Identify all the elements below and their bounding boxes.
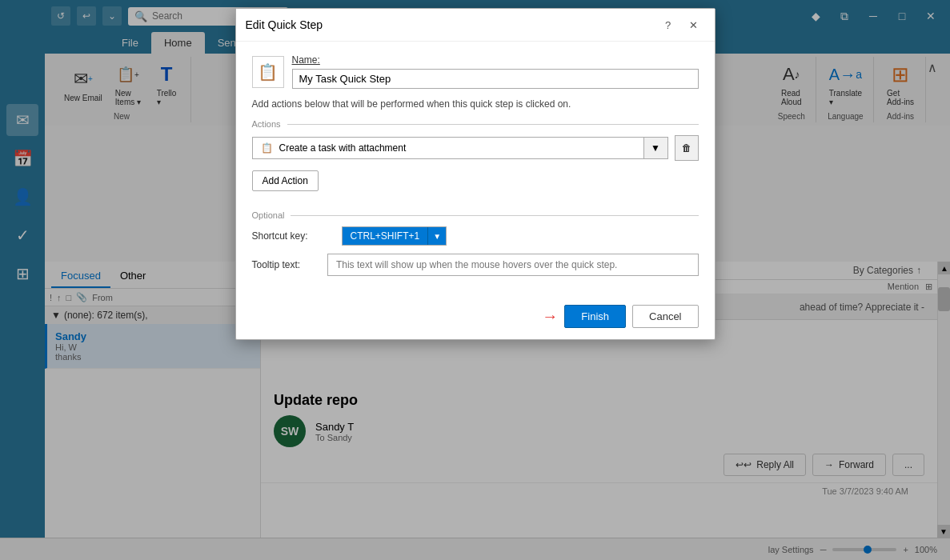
action-delete-button[interactable]: 🗑: [675, 135, 699, 161]
task-icon: 📋: [258, 62, 278, 82]
action-value-text: Create a task with attachment: [279, 142, 407, 154]
tooltip-label: Tooltip text:: [252, 259, 318, 270]
shortcut-select[interactable]: CTRL+SHIFT+1 ▼: [342, 226, 447, 246]
dialog-name-section: Name:: [292, 54, 699, 89]
dialog-description: Add actions below that will be performed…: [252, 98, 699, 110]
action-select-dropdown-btn[interactable]: ▼: [643, 138, 667, 158]
optional-section-label: Optional: [252, 210, 699, 220]
finish-button[interactable]: Finish: [564, 305, 626, 328]
shortcut-value: CTRL+SHIFT+1: [343, 227, 428, 245]
action-select-content: 📋 Create a task with attachment: [253, 138, 643, 158]
name-input[interactable]: [292, 69, 699, 89]
shortcut-label: Shortcut key:: [252, 230, 332, 242]
dialog-help-button[interactable]: ?: [657, 15, 679, 34]
arrow-icon: →: [542, 307, 558, 326]
dialog-task-icon[interactable]: 📋: [252, 56, 284, 88]
add-action-button[interactable]: Add Action: [252, 170, 319, 191]
shortcut-key-row: Shortcut key: CTRL+SHIFT+1 ▼: [252, 226, 699, 246]
dialog-title: Edit Quick Step: [246, 18, 323, 31]
dialog-titlebar: Edit Quick Step ? ✕: [236, 9, 715, 42]
tooltip-row: Tooltip text:: [252, 254, 699, 276]
tooltip-input[interactable]: [327, 254, 699, 276]
edit-quick-step-dialog: Edit Quick Step ? ✕ 📋 Name: Add actions …: [235, 8, 716, 340]
dialog-body: 📋 Name: Add actions below that will be p…: [236, 42, 715, 297]
shortcut-chevron-icon: ▼: [433, 232, 441, 241]
dialog-close-button[interactable]: ✕: [683, 15, 705, 34]
cancel-button[interactable]: Cancel: [632, 305, 698, 328]
shortcut-dropdown-btn[interactable]: ▼: [427, 227, 446, 245]
dialog-action-row: 📋 Create a task with attachment ▼ 🗑: [252, 135, 699, 161]
optional-section: Optional Shortcut key: CTRL+SHIFT+1 ▼ To…: [252, 210, 699, 276]
dialog-titlebar-buttons: ? ✕: [657, 15, 705, 34]
action-icon: 📋: [261, 142, 273, 154]
actions-section-label: Actions: [252, 119, 699, 129]
name-label: Name:: [292, 54, 699, 66]
action-select[interactable]: 📋 Create a task with attachment ▼: [252, 137, 668, 159]
dialog-name-row: 📋 Name:: [252, 54, 699, 89]
dialog-footer: → Finish Cancel: [236, 297, 715, 339]
